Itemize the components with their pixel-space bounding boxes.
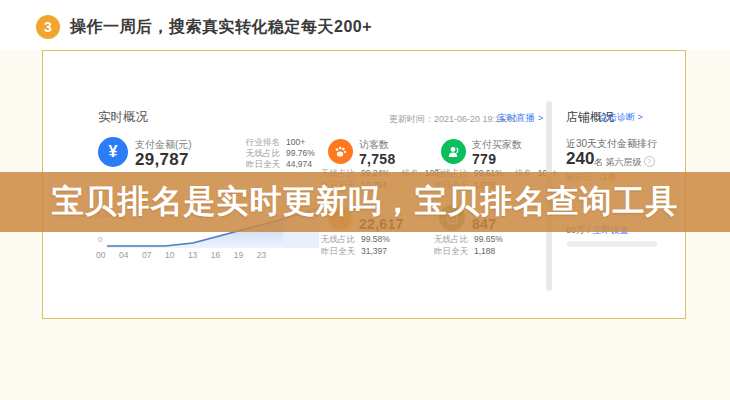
chart-x-axis: 00 04 07 10 13 16 19 23 xyxy=(96,250,266,260)
realtime-overview-title: 实时概况 xyxy=(98,109,148,126)
diagnose-link[interactable]: 点击诊断 > xyxy=(599,111,643,124)
x-tick: 04 xyxy=(119,250,128,260)
metric-title-visitors: 访客数 xyxy=(359,138,389,152)
stat-value: 31,397 xyxy=(361,246,387,258)
x-tick: 13 xyxy=(188,250,197,260)
target-progress-bar xyxy=(567,241,657,247)
stat-label: 无线占比 xyxy=(434,234,468,246)
metric-value-payment: 29,787 xyxy=(135,150,189,170)
stat-row: 无线占比 99.65% xyxy=(434,234,503,246)
realtime-live-link[interactable]: 实时直播 > xyxy=(497,112,543,125)
stat-label: 昨日全天 xyxy=(321,246,355,258)
x-tick: 19 xyxy=(234,250,243,260)
stat-row: 昨日全天 1,188 xyxy=(434,246,495,258)
x-tick: 10 xyxy=(165,250,174,260)
stat-yesterday: 昨日全天 44,974 xyxy=(246,159,312,171)
headline-overlay: 宝贝排名是实时更新吗，宝贝排名查询工具 xyxy=(0,172,730,232)
stat-row: 无线占比 99.58% xyxy=(321,234,390,246)
overlay-title: 宝贝排名是实时更新吗，宝贝排名查询工具 xyxy=(52,180,679,224)
stat-label: 昨日全天 xyxy=(434,246,468,258)
x-tick: 07 xyxy=(142,250,151,260)
chart-ymin-label: 0 xyxy=(98,235,102,244)
stat-value: 99.65% xyxy=(474,234,503,246)
rank-unit-text: 名 第六层级 xyxy=(594,157,642,167)
stat-value: 99.58% xyxy=(361,234,390,246)
metric-value-buyers: 779 xyxy=(472,151,496,167)
x-tick: 16 xyxy=(211,250,220,260)
metric-value-visitors: 7,758 xyxy=(359,151,396,167)
step-number-badge: 3 xyxy=(36,15,60,39)
stat-label: 无线占比 xyxy=(321,234,355,246)
help-icon[interactable]: ? xyxy=(644,156,655,167)
footprint-icon xyxy=(328,139,353,164)
x-tick: 00 xyxy=(96,250,105,260)
stat-label: 昨日全天 xyxy=(246,159,280,171)
yuan-glyph: ¥ xyxy=(109,143,118,161)
x-tick: 23 xyxy=(257,250,266,260)
stat-row: 昨日全天 31,397 xyxy=(321,246,387,258)
metric-title-buyers: 支付买家数 xyxy=(472,138,522,152)
yuan-icon: ¥ xyxy=(98,137,128,167)
rank-value: 240 xyxy=(566,149,594,169)
stat-value: 1,188 xyxy=(474,246,495,258)
stat-value: 44,974 xyxy=(286,159,312,171)
buyer-icon xyxy=(441,139,466,164)
banner-headline: 操作一周后，搜索真实转化稳定每天200+ xyxy=(70,17,372,38)
rank-unit: 名 第六层级? xyxy=(594,156,655,169)
top-banner: 3 操作一周后，搜索真实转化稳定每天200+ xyxy=(0,0,730,50)
